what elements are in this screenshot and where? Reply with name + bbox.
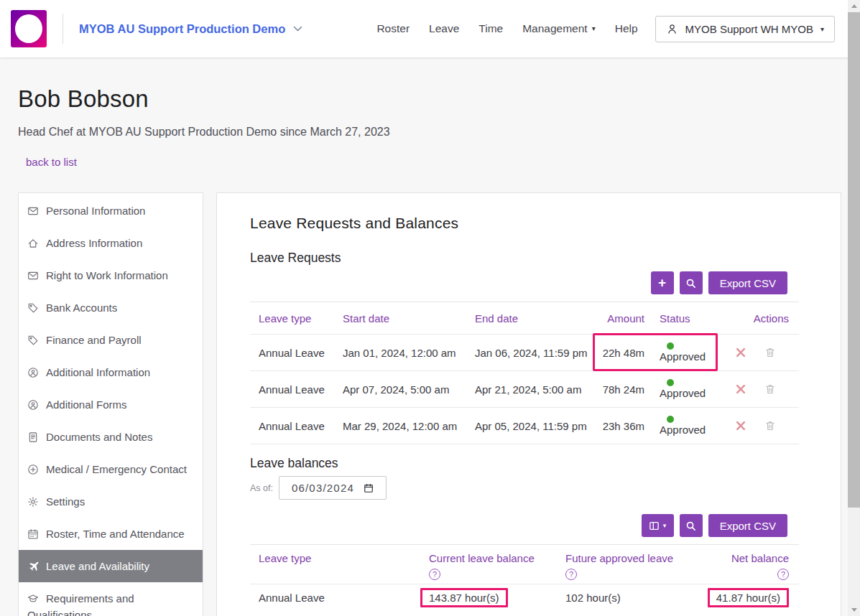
sidebar-item-address-information[interactable]: Address Information	[19, 227, 203, 259]
sidebar-item-label: Documents and Notes	[46, 431, 152, 443]
leave-balance-row: Annual Leave143.87 hour(s)102 hour(s)41.…	[250, 584, 799, 614]
cell-leave-type: Annual Leave	[250, 347, 334, 359]
sidebar-item-medical-emergency-contact[interactable]: Medical / Emergency Contact	[19, 453, 203, 485]
cell-leave-type: Annual Leave	[250, 420, 334, 432]
sidebar-item-label: Address Information	[46, 237, 142, 249]
cancel-request-button[interactable]	[736, 421, 746, 431]
cell-leave-type: Annual Leave	[250, 383, 334, 396]
cell-leave-type: Annual Leave	[250, 592, 420, 604]
x-icon	[736, 384, 746, 394]
column-header-amount: Amount	[593, 312, 649, 325]
add-leave-request-button[interactable]: +	[651, 271, 674, 294]
sidebar-item-additional-information[interactable]: Additional Information	[19, 356, 203, 388]
status-dot-approved	[667, 416, 674, 423]
as-of-label: As of:	[250, 483, 273, 493]
chevron-down-icon	[293, 26, 302, 32]
nav-help[interactable]: Help	[615, 22, 638, 35]
magnifier-icon	[685, 521, 696, 531]
home-icon	[27, 238, 39, 249]
leave-request-row: Annual LeaveJan 01, 2024, 12:00 amJan 06…	[250, 334, 799, 370]
search-requests-button[interactable]	[680, 271, 703, 294]
as-of-row: As of: 06/03/2024	[250, 476, 841, 500]
as-of-date-value: 06/03/2024	[292, 482, 354, 494]
leave-balances-heading: Leave balances	[250, 456, 841, 471]
myob-logo-circle	[15, 14, 42, 43]
cell-actions	[716, 420, 799, 431]
delete-request-button[interactable]	[764, 347, 776, 358]
user-circle-icon	[27, 399, 39, 411]
help-icon[interactable]: ?	[565, 569, 577, 580]
nav-management[interactable]: Management▾	[522, 22, 596, 35]
sidebar-item-finance-and-payroll[interactable]: Finance and Payroll	[19, 324, 203, 356]
cancel-request-button[interactable]	[736, 347, 746, 358]
annotation-highlight-box: 143.87 hour(s)	[420, 588, 508, 607]
export-balances-csv-button[interactable]: Export CSV	[708, 514, 787, 537]
as-of-date-input[interactable]: 06/03/2024	[279, 476, 387, 500]
column-chooser-button[interactable]: ▾	[642, 514, 674, 537]
sidebar-item-label: Bank Accounts	[46, 302, 117, 314]
top-navigation-bar: MYOB AU Support Production Demo RosterLe…	[0, 0, 860, 57]
cell-status: Approved	[649, 379, 716, 399]
trash-icon	[764, 420, 776, 431]
annotation-highlight-box: 41.87 hour(s)	[708, 588, 789, 607]
plus-icon: +	[658, 276, 666, 289]
search-balances-button[interactable]	[680, 514, 703, 537]
nav-time[interactable]: Time	[478, 22, 503, 35]
scrollbar-up-button[interactable]	[848, 0, 860, 12]
sidebar-item-label: Medical / Emergency Contact	[46, 463, 187, 475]
user-circle-icon	[27, 367, 39, 378]
status-label: Approved	[660, 350, 706, 363]
triangle-up-icon	[851, 4, 857, 8]
sidebar-item-label: Roster, Time and Attendance	[46, 528, 185, 540]
sidebar-item-label: Leave and Availability	[46, 560, 149, 572]
page-header: Bob Bobson Head Chef at MYOB AU Support …	[18, 85, 390, 169]
cell-amount: 23h 36m	[593, 420, 649, 432]
sidebar-item-roster-time-and-attendance[interactable]: Roster, Time and Attendance	[19, 518, 203, 550]
nav-leave[interactable]: Leave	[429, 22, 459, 35]
sidebar-item-label: Settings	[46, 495, 85, 508]
cell-status: Approved	[649, 342, 716, 363]
sidebar-item-additional-forms[interactable]: Additional Forms	[19, 388, 203, 421]
myob-logo[interactable]	[11, 10, 47, 47]
sidebar-item-personal-information[interactable]: Personal Information	[19, 195, 203, 227]
sidebar-item-bank-accounts[interactable]: Bank Accounts	[19, 291, 203, 324]
columns-icon	[649, 521, 660, 531]
leave-request-row: Annual LeaveMar 29, 2024, 12:00 amApr 05…	[250, 407, 799, 444]
sidebar-item-requirements-and-qualifications[interactable]: Requirements and Qualifications	[19, 582, 203, 616]
x-icon	[736, 421, 746, 431]
sidebar-item-label: Right to Work Information	[46, 269, 168, 281]
column-header-status: Status	[649, 312, 716, 325]
sidebar-item-right-to-work-information[interactable]: Right to Work Information	[19, 259, 203, 291]
cell-end-date: Apr 05, 2024, 11:59 pm	[466, 420, 593, 432]
user-menu-button[interactable]: MYOB Support WH MYOB ▾	[655, 16, 835, 42]
delete-request-button[interactable]	[764, 383, 776, 395]
export-requests-csv-button[interactable]: Export CSV	[708, 271, 787, 294]
help-icon[interactable]: ?	[429, 569, 440, 580]
graduation-cap-icon	[27, 593, 39, 605]
status-dot-approved	[667, 379, 674, 386]
leave-requests-table-header: Leave typeStart dateEnd dateAmountStatus…	[250, 302, 799, 334]
back-to-list-link[interactable]: back to list	[26, 156, 77, 168]
help-icon[interactable]: ?	[777, 569, 789, 580]
header-divider	[63, 14, 63, 44]
column-header-leave-type: Leave type	[250, 552, 420, 580]
company-selector[interactable]: MYOB AU Support Production Demo	[79, 22, 302, 36]
leave-balances-table: Leave typeCurrent leave balance?Future a…	[250, 544, 799, 614]
scrollbar-thumb[interactable]	[848, 12, 860, 508]
primary-nav: RosterLeaveTimeManagement▾Help	[376, 22, 637, 35]
status-dot-approved	[667, 342, 674, 350]
nav-roster[interactable]: Roster	[376, 22, 410, 35]
cell-start-date: Jan 01, 2024, 12:00 am	[334, 347, 466, 359]
sidebar-item-documents-and-notes[interactable]: Documents and Notes	[19, 421, 203, 453]
status-label: Approved	[660, 424, 706, 436]
tag-icon	[27, 302, 39, 314]
sidebar-item-leave-and-availability[interactable]: Leave and Availability	[19, 550, 203, 582]
envelope-icon	[27, 205, 39, 217]
scrollbar-down-button[interactable]	[848, 604, 860, 616]
caret-down-icon: ▾	[820, 25, 824, 33]
delete-request-button[interactable]	[764, 420, 776, 431]
sidebar-item-settings[interactable]: Settings	[19, 485, 203, 518]
cancel-request-button[interactable]	[736, 384, 746, 394]
sidebar-item-label: Personal Information	[46, 205, 145, 217]
caret-down-icon: ▾	[663, 522, 667, 529]
